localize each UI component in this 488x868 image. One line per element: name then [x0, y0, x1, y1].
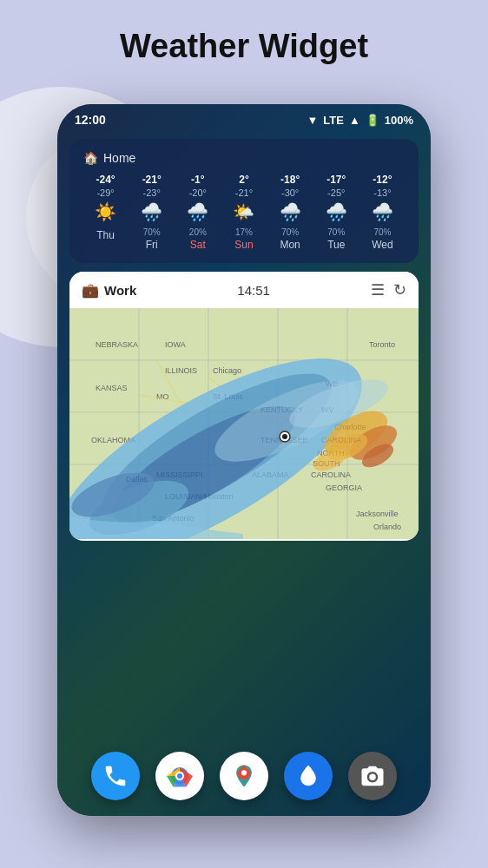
- svg-text:Chicago: Chicago: [213, 366, 241, 375]
- dock-weather-app-icon[interactable]: [284, 752, 333, 800]
- svg-text:NEBRASKA: NEBRASKA: [96, 340, 138, 349]
- svg-point-51: [282, 434, 287, 439]
- mon-icon: 🌧️: [280, 203, 301, 220]
- filter-icon[interactable]: ☰: [371, 280, 385, 299]
- page-title: Weather Widget: [0, 28, 488, 65]
- svg-point-55: [177, 773, 182, 779]
- wed-icon: 🌧️: [372, 203, 393, 220]
- briefcase-icon: 💼: [82, 282, 99, 299]
- svg-text:GEORGIA: GEORGIA: [326, 483, 362, 492]
- svg-text:IOWA: IOWA: [165, 340, 186, 349]
- forecast-wed: -12° -13° 🌧️ 70% Wed: [360, 174, 405, 251]
- forecast-thu: -24° -29° ☀️ Thu: [83, 174, 128, 251]
- fri-icon: 🌧️: [141, 203, 162, 220]
- radar-map: NEBRASKA KANSAS IOWA ILLINOIS MO OKLAHOM…: [69, 308, 419, 539]
- forecast-fri: -21° -23° 🌧️ 70% Fri: [129, 174, 174, 251]
- radar-widget: 💼 Work 14:51 ☰ ↻: [69, 272, 419, 541]
- battery-icon: 🔋: [366, 114, 379, 127]
- forecast-sun: 2° -21° 🌤️ 17% Sun: [221, 174, 266, 251]
- svg-text:Toronto: Toronto: [369, 340, 395, 349]
- dock-phone-icon[interactable]: [91, 752, 140, 800]
- signal-lte: LTE: [323, 114, 344, 127]
- bottom-dock: [57, 752, 431, 800]
- status-bar: 12:00 ▼ LTE ▲ 🔋 100%: [57, 104, 431, 132]
- radar-time: 14:51: [237, 283, 270, 298]
- svg-point-57: [369, 774, 376, 781]
- radar-controls[interactable]: ☰ ↻: [371, 280, 406, 299]
- dock-chrome-icon[interactable]: [155, 752, 204, 800]
- phone-mockup: 12:00 ▼ LTE ▲ 🔋 100% 🏠 Home -24° -29° ☀️…: [57, 104, 431, 816]
- forecast-tue: -17° -25° 🌧️ 70% Tue: [314, 174, 359, 251]
- svg-point-56: [241, 770, 247, 775]
- battery-percent: 100%: [385, 114, 413, 127]
- sun-icon: 🌤️: [233, 203, 254, 220]
- status-time: 12:00: [75, 113, 106, 127]
- dock-maps-icon[interactable]: [220, 752, 268, 800]
- radar-location: 💼 Work: [82, 282, 136, 299]
- forecast-mon: -18° -30° 🌧️ 70% Mon: [268, 174, 313, 251]
- widget-location: 🏠 Home: [83, 151, 405, 165]
- forecast-sat: -1° -20° 🌧️ 20% Sat: [175, 174, 220, 251]
- dock-camera-icon[interactable]: [348, 752, 397, 800]
- svg-text:KANSAS: KANSAS: [96, 384, 128, 392]
- tue-icon: 🌧️: [326, 203, 347, 220]
- forecast-grid: -24° -29° ☀️ Thu -21° -23° 🌧️ 70% Fri: [83, 174, 405, 251]
- svg-text:Orlando: Orlando: [373, 523, 401, 531]
- refresh-icon[interactable]: ↻: [393, 280, 406, 299]
- weather-widget: 🏠 Home -24° -29° ☀️ Thu -21° -23° 🌧️: [69, 139, 419, 263]
- radar-location-label: Work: [104, 283, 136, 298]
- svg-text:Jacksonville: Jacksonville: [356, 510, 399, 518]
- radar-header: 💼 Work 14:51 ☰ ↻: [69, 272, 419, 308]
- home-icon: 🏠: [83, 151, 98, 165]
- sat-icon: 🌧️: [187, 203, 208, 220]
- signal-bars-icon: ▲: [349, 114, 360, 127]
- thu-icon: ☀️: [95, 203, 116, 220]
- svg-text:ILLINOIS: ILLINOIS: [165, 366, 197, 375]
- location-label: Home: [103, 151, 135, 165]
- wifi-icon: ▼: [307, 114, 318, 127]
- svg-text:CAROLINA: CAROLINA: [311, 470, 351, 479]
